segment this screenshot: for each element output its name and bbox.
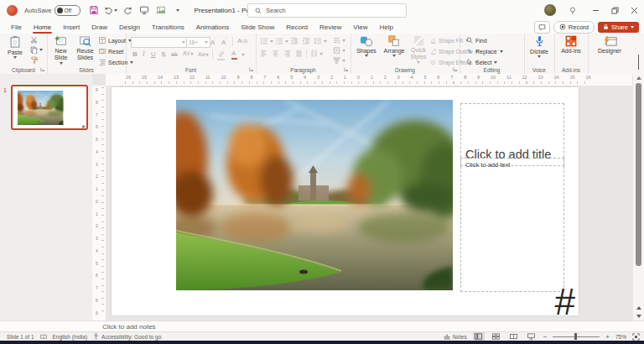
paragraph-dialog-launcher[interactable] — [344, 67, 349, 72]
zoom-out-button[interactable]: − — [543, 333, 548, 341]
grow-font-button[interactable]: Aˆ — [210, 38, 216, 46]
slide-indicator[interactable]: Slide 1 of 1 — [7, 334, 34, 340]
start-slideshow-button[interactable] — [138, 3, 151, 18]
comments-button[interactable] — [534, 21, 550, 34]
notes-pane[interactable]: Click to add notes — [0, 321, 644, 332]
quick-styles-button[interactable]: Quick Styles — [408, 35, 429, 64]
undo-button[interactable] — [104, 3, 117, 18]
zoom-slider[interactable] — [553, 336, 600, 337]
font-color-arrow-icon[interactable] — [242, 54, 245, 56]
tab-help[interactable]: Help — [374, 20, 399, 34]
drawing-dialog-launcher[interactable] — [453, 67, 458, 72]
copy-button[interactable] — [30, 46, 43, 54]
whats-new-button[interactable] — [566, 3, 579, 18]
slide-canvas[interactable]: Click to add title Click to add text # — [112, 87, 579, 315]
text-shadow-button[interactable]: S — [161, 51, 165, 58]
addins-button[interactable]: Add-ins — [558, 35, 584, 55]
tab-transitions[interactable]: Transitions — [146, 20, 190, 34]
zoom-slider-thumb[interactable] — [574, 333, 577, 340]
align-left-button[interactable] — [260, 50, 267, 57]
vertical-scrollbar[interactable] — [632, 74, 644, 321]
italic-button[interactable]: I — [143, 51, 145, 58]
tab-review[interactable]: Review — [314, 20, 347, 34]
font-color-button[interactable]: A — [231, 50, 237, 60]
next-slide-button[interactable] — [636, 315, 641, 318]
text-direction-button[interactable] — [333, 37, 345, 44]
bullets-button[interactable] — [260, 38, 273, 44]
paste-button[interactable]: Paste — [5, 35, 25, 59]
scroll-up-arrow-icon[interactable] — [636, 76, 641, 80]
clear-formatting-button[interactable]: A⌫ — [237, 38, 247, 44]
slide-picture[interactable] — [176, 100, 453, 290]
body-text-placeholder[interactable]: Click to add text — [460, 158, 564, 292]
save-button[interactable] — [87, 3, 101, 18]
normal-view-button[interactable] — [473, 332, 485, 341]
reuse-slides-button[interactable]: Reuse Slides — [74, 35, 96, 62]
collapse-ribbon-button[interactable] — [638, 55, 639, 70]
title-placeholder[interactable]: Click to add title — [460, 103, 564, 166]
insert-picture-button[interactable] — [154, 3, 168, 18]
zoom-in-button[interactable]: + — [605, 333, 610, 341]
search-box[interactable]: Search — [247, 3, 407, 18]
reading-view-button[interactable] — [508, 332, 520, 341]
scrollbar-thumb[interactable] — [636, 83, 641, 266]
convert-smartart-button[interactable] — [333, 57, 345, 64]
font-name-combo[interactable] — [131, 37, 188, 48]
close-button[interactable] — [625, 0, 644, 20]
tab-view[interactable]: View — [347, 20, 373, 34]
designer-button[interactable]: Designer — [595, 35, 625, 55]
clipboard-dialog-launcher[interactable] — [40, 67, 45, 72]
fit-to-window-button[interactable] — [632, 333, 640, 341]
zoom-percent[interactable]: 75% — [615, 334, 626, 340]
autosave-toggle[interactable]: Off — [55, 5, 80, 16]
strikethrough-button[interactable]: ab — [171, 51, 178, 57]
slide-sorter-view-button[interactable] — [491, 332, 502, 341]
change-case-button[interactable]: Aa — [198, 51, 209, 57]
highlight-color-button[interactable] — [217, 50, 225, 60]
restore-button[interactable] — [605, 0, 625, 20]
dictate-button[interactable]: Dictate — [527, 35, 551, 58]
shapes-button[interactable]: Shapes — [354, 35, 379, 57]
align-text-button[interactable] — [333, 47, 345, 54]
previous-slide-button[interactable] — [636, 306, 641, 310]
cut-button[interactable] — [30, 36, 38, 44]
font-size-combo[interactable]: 16+ — [186, 37, 210, 48]
tab-home[interactable]: Home — [28, 20, 57, 34]
tab-record[interactable]: Record — [280, 20, 314, 34]
tab-design[interactable]: Design — [113, 20, 146, 34]
font-dialog-launcher[interactable] — [249, 67, 254, 72]
character-spacing-button[interactable]: AV — [183, 51, 194, 57]
tab-file[interactable]: File — [5, 20, 28, 34]
line-spacing-button[interactable] — [314, 38, 327, 44]
repeat-button[interactable] — [121, 3, 134, 18]
increase-indent-button[interactable] — [302, 38, 310, 44]
align-center-button[interactable] — [272, 50, 279, 57]
share-button[interactable]: Share — [598, 22, 639, 33]
minimize-button[interactable] — [586, 0, 605, 20]
reset-button[interactable]: Reset — [99, 48, 123, 55]
customize-qat-button[interactable] — [171, 3, 184, 18]
decrease-indent-button[interactable] — [290, 38, 299, 44]
arrange-button[interactable]: Arrange — [381, 35, 408, 57]
slideshow-view-button[interactable] — [526, 332, 538, 341]
underline-button[interactable]: U — [151, 51, 156, 58]
tab-animations[interactable]: Animations — [190, 20, 236, 34]
numbering-button[interactable] — [275, 38, 288, 44]
spell-check-book-icon[interactable] — [40, 334, 47, 340]
format-painter-button[interactable] — [30, 56, 38, 64]
shrink-font-button[interactable]: Aˇ — [221, 38, 227, 46]
tab-draw[interactable]: Draw — [86, 20, 113, 34]
columns-button[interactable] — [310, 50, 323, 57]
tab-slide-show[interactable]: Slide Show — [235, 20, 280, 34]
replace-button[interactable]: Replace — [466, 48, 503, 55]
slide-thumbnail[interactable]: # — [11, 85, 88, 130]
account-avatar[interactable] — [544, 4, 556, 16]
tab-insert[interactable]: Insert — [57, 20, 86, 34]
align-right-button[interactable] — [283, 50, 291, 57]
accessibility-checker[interactable]: Accessibility: Good to go — [93, 333, 161, 340]
record-button[interactable]: Record — [553, 21, 595, 34]
autosave-control[interactable]: AutoSave Off — [24, 5, 80, 16]
slide-page-number[interactable]: # — [555, 284, 575, 321]
find-button[interactable]: Find — [466, 37, 487, 44]
new-slide-button[interactable]: New Slide — [49, 35, 72, 65]
